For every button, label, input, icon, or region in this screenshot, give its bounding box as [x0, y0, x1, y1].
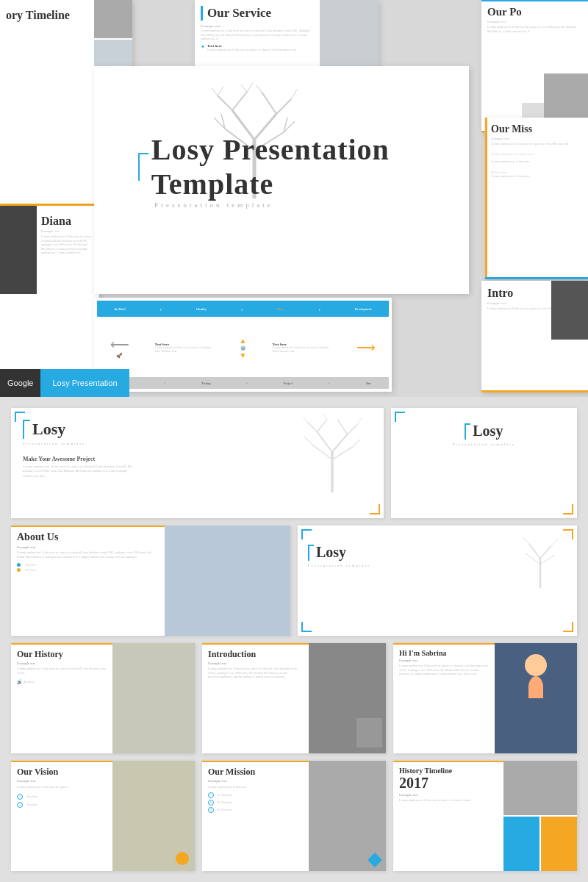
- about-dot-blue: [17, 563, 21, 567]
- mission-num-2: 2: [208, 800, 214, 806]
- thumb-losy-cover: Losy Presentation template: [391, 408, 577, 518]
- slide-diana: Diana Example text Lorimy random text. I…: [0, 206, 99, 390]
- corner-bl-3: [301, 622, 312, 632]
- our-mission-item2: 02 Text here: [218, 800, 232, 804]
- our-mission-bottom-title: Our Mission: [208, 767, 303, 778]
- losy-main-subtitle: Presentation template: [23, 442, 372, 445]
- mission-num-3: 3: [208, 807, 214, 813]
- our-mission-item3: 03 Text here: [218, 808, 232, 811]
- grid-row-1: Losy Presentation template Make Your Awe…: [11, 408, 577, 518]
- diana-text: Lorimy random text. It has roots in a pi…: [41, 234, 93, 255]
- losy-main-text: Lorimy random text. It has roots in a pi…: [23, 465, 133, 478]
- svg-line-18: [256, 85, 262, 92]
- losy-logo: Losy Presentation Template Presentation …: [138, 132, 469, 294]
- svg-line-13: [212, 88, 218, 96]
- diana-example: Example text: [41, 229, 93, 233]
- our-history-text-here: Text here: [24, 680, 35, 684]
- google-bar: Google Losy Presentation: [0, 369, 390, 397]
- our-po-text: Lorimy random text. It has roots in a pi…: [487, 25, 582, 33]
- thumb-about-us: About Us Example text Lorimy random text…: [11, 526, 290, 636]
- svg-line-16: [247, 83, 253, 92]
- about-us-title: About Us: [17, 531, 159, 543]
- corner-tl-3: [301, 529, 312, 539]
- our-vision-title: Our Vision: [17, 767, 107, 778]
- svg-line-8: [262, 92, 276, 114]
- svg-line-17: [291, 90, 297, 99]
- history-timeline-sublabel: Example text: [399, 793, 498, 797]
- svg-line-5: [218, 96, 232, 110]
- svg-line-7: [276, 99, 291, 114]
- thumb-our-vision: Our Vision Example text Lorimy random te…: [11, 761, 195, 871]
- about-us-text: Lorimy random text. It has roots in a pi…: [17, 551, 159, 559]
- timeline-thumbnails: [503, 761, 577, 871]
- our-service-title: Our Service: [207, 6, 314, 21]
- svg-line-15: [241, 85, 247, 92]
- history-timeline-year: 2017: [399, 775, 498, 792]
- our-po-title: Our Po: [487, 6, 582, 18]
- our-po-example: Example text: [487, 20, 582, 24]
- svg-line-38: [522, 537, 529, 544]
- our-service-text-here-body: Lorimy random text. It has roots in a pi…: [207, 48, 297, 51]
- corner-decoration-br: [370, 504, 380, 514]
- losy-cover-title: Losy: [473, 423, 503, 440]
- losy-main-cta: Make Your Awesome Project: [23, 456, 372, 462]
- losy-title: Losy Presentation Template: [151, 132, 469, 201]
- svg-line-34: [529, 544, 540, 559]
- svg-line-6: [232, 92, 247, 110]
- introduction-sublabel: Example text: [208, 662, 298, 665]
- google-label: Google: [0, 369, 40, 397]
- thumb-hi-sabrina: Hi I'm Sabrina Example text Lorimy rando…: [393, 643, 577, 753]
- diana-title: Diana: [41, 215, 93, 228]
- sabrina-image: [495, 643, 578, 753]
- our-history-title: Our History: [17, 649, 107, 660]
- our-service-example: Example text: [201, 24, 314, 29]
- our-mission-example: Example text: [491, 137, 582, 140]
- corner-br-2: [563, 504, 573, 514]
- thumb-our-mission-bottom: Our Mission Example text Lorimy random t…: [202, 761, 386, 871]
- our-mission-text: Lorimy random text. It has roots in a pi…: [491, 142, 582, 146]
- our-history-image: [112, 643, 196, 753]
- thumb-losy-make: Losy Presentation template Make Your Awe…: [11, 408, 384, 518]
- introduction-title: Introduction: [208, 649, 298, 660]
- our-vision-item2: Text here: [26, 803, 37, 806]
- history-timeline-title: History Timeline: [399, 767, 498, 775]
- thumb-introduction: Introduction Example text Lorimy random …: [202, 643, 386, 753]
- thumb-our-history: Our History Example text Lorimy random t…: [11, 643, 195, 753]
- sabrina-text: Lorimy random text. It has roots in a pi…: [399, 664, 489, 676]
- grid-row-2: About Us Example text Lorimy random text…: [11, 526, 577, 636]
- our-mission-09-body: Lorimy random text. It has roots.: [491, 174, 582, 179]
- vision-num-1: 1: [17, 794, 23, 800]
- losy-subtitle: Presentation template: [138, 201, 469, 209]
- grid-row-3: Our History Example text Lorimy random t…: [11, 643, 577, 753]
- top-collage-section: ory Timeline 7 It has roots in a piece o…: [0, 0, 588, 397]
- our-vision-item1: Text here: [26, 795, 37, 798]
- slide-intro-partial: Intro Example text Lorimy random text. I…: [481, 281, 588, 392]
- losy-main-title: Losy: [32, 420, 65, 439]
- corner-tl-2: [395, 412, 405, 422]
- our-service-text: Lorimy random text. It has roots in a pi…: [201, 29, 314, 41]
- mission-num-1: 1: [208, 792, 214, 798]
- our-mission-title: Our Miss: [491, 123, 582, 135]
- sabrina-sublabel: Example text: [399, 659, 489, 662]
- losy-second-title: Losy: [316, 544, 346, 561]
- stool-shape: [356, 718, 382, 747]
- introduction-text: Lorimy random text. It has roots in a pi…: [208, 667, 298, 679]
- losy-second-tree: [507, 529, 573, 588]
- slide-our-portfolio: Our Po Example text Lorimy random text. …: [481, 0, 588, 132]
- bottom-grid-section: Losy Presentation template Make Your Awe…: [0, 397, 588, 882]
- thumb-history-timeline: History Timeline 2017 Example text Lorim…: [393, 761, 577, 871]
- vision-num-2: 2: [17, 802, 23, 808]
- grid-row-4: Our Vision Example text Lorimy random te…: [11, 761, 577, 871]
- slide-our-mission: Our Miss Example text Lorimy random text…: [485, 118, 588, 279]
- our-mission-bottom-sublabel: Example text: [208, 779, 303, 783]
- thumb-losy-second: Losy Presentation template: [298, 526, 577, 636]
- our-history-sublabel: Example text: [17, 662, 107, 665]
- sabrina-title: Hi I'm Sabrina: [399, 649, 489, 657]
- corner-br-3: [563, 622, 573, 632]
- slide-losy-main: Losy Presentation Template Presentation …: [94, 66, 469, 294]
- losy-presentation-label: Losy Presentation: [40, 369, 129, 397]
- our-history-text: Lorimy random text. It has roots in a pi…: [17, 667, 107, 675]
- our-mission-item1: 01 Text here: [218, 793, 232, 797]
- svg-line-39: [551, 539, 559, 546]
- about-us-image: [165, 526, 290, 636]
